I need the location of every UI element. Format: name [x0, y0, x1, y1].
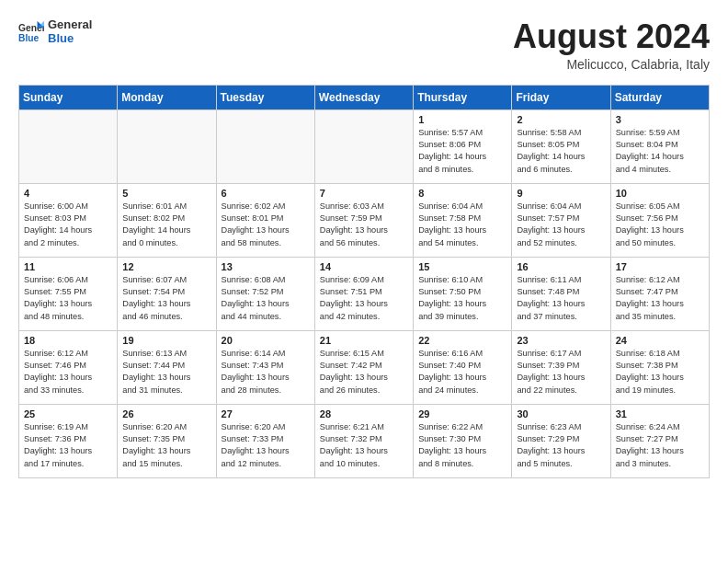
calendar-cell: 24Sunrise: 6:18 AM Sunset: 7:38 PM Dayli…	[610, 330, 709, 404]
day-info: Sunrise: 6:12 AM Sunset: 7:47 PM Dayligh…	[616, 274, 704, 323]
day-info: Sunrise: 6:17 AM Sunset: 7:39 PM Dayligh…	[517, 348, 605, 396]
calendar-cell: 7Sunrise: 6:03 AM Sunset: 7:59 PM Daylig…	[314, 183, 413, 257]
calendar-week-5: 25Sunrise: 6:19 AM Sunset: 7:36 PM Dayli…	[19, 404, 710, 477]
calendar-cell: 9Sunrise: 6:04 AM Sunset: 7:57 PM Daylig…	[512, 183, 610, 257]
day-number: 10	[616, 188, 704, 199]
header: General Blue General Blue August 2024 Me…	[18, 18, 710, 72]
calendar-cell: 1Sunrise: 5:57 AM Sunset: 8:06 PM Daylig…	[414, 109, 512, 183]
day-number: 29	[418, 408, 506, 419]
day-number: 20	[222, 335, 310, 346]
calendar-week-4: 18Sunrise: 6:12 AM Sunset: 7:46 PM Dayli…	[19, 330, 710, 404]
calendar-cell: 16Sunrise: 6:11 AM Sunset: 7:48 PM Dayli…	[512, 257, 610, 330]
calendar-weekday-thursday: Thursday	[414, 85, 512, 109]
day-number: 5	[122, 188, 210, 199]
day-number: 14	[320, 261, 408, 272]
day-info: Sunrise: 6:16 AM Sunset: 7:40 PM Dayligh…	[418, 348, 506, 396]
calendar-cell: 2Sunrise: 5:58 AM Sunset: 8:05 PM Daylig…	[512, 109, 610, 183]
calendar-cell: 25Sunrise: 6:19 AM Sunset: 7:36 PM Dayli…	[19, 404, 118, 477]
title-block: August 2024 Melicucco, Calabria, Italy	[513, 18, 710, 72]
calendar-week-2: 4Sunrise: 6:00 AM Sunset: 8:03 PM Daylig…	[19, 183, 710, 257]
day-number: 30	[517, 408, 605, 419]
calendar-weekday-friday: Friday	[512, 85, 610, 109]
calendar-cell: 4Sunrise: 6:00 AM Sunset: 8:03 PM Daylig…	[19, 183, 118, 257]
day-number: 23	[517, 335, 605, 346]
calendar-cell: 10Sunrise: 6:05 AM Sunset: 7:56 PM Dayli…	[610, 183, 709, 257]
calendar-cell: 13Sunrise: 6:08 AM Sunset: 7:52 PM Dayli…	[216, 257, 314, 330]
calendar-cell: 5Sunrise: 6:01 AM Sunset: 8:02 PM Daylig…	[118, 183, 216, 257]
day-number: 2	[517, 114, 605, 125]
calendar-header-row: SundayMondayTuesdayWednesdayThursdayFrid…	[19, 85, 710, 109]
calendar-weekday-tuesday: Tuesday	[216, 85, 314, 109]
day-info: Sunrise: 6:12 AM Sunset: 7:46 PM Dayligh…	[24, 348, 112, 396]
calendar-cell: 14Sunrise: 6:09 AM Sunset: 7:51 PM Dayli…	[314, 257, 413, 330]
day-number: 4	[24, 188, 112, 199]
calendar-cell: 29Sunrise: 6:22 AM Sunset: 7:30 PM Dayli…	[414, 404, 512, 477]
day-number: 1	[418, 114, 506, 125]
calendar-cell: 21Sunrise: 6:15 AM Sunset: 7:42 PM Dayli…	[314, 330, 413, 404]
day-number: 9	[517, 188, 605, 199]
calendar-cell: 11Sunrise: 6:06 AM Sunset: 7:55 PM Dayli…	[19, 257, 118, 330]
day-number: 12	[122, 261, 210, 272]
logo-icon: General Blue	[18, 19, 44, 45]
calendar-cell	[118, 109, 216, 183]
calendar-cell: 18Sunrise: 6:12 AM Sunset: 7:46 PM Dayli…	[19, 330, 118, 404]
day-info: Sunrise: 5:57 AM Sunset: 8:06 PM Dayligh…	[418, 127, 506, 176]
day-info: Sunrise: 6:05 AM Sunset: 7:56 PM Dayligh…	[616, 201, 704, 249]
calendar-weekday-saturday: Saturday	[610, 85, 709, 109]
day-info: Sunrise: 6:09 AM Sunset: 7:51 PM Dayligh…	[320, 274, 408, 323]
calendar-cell: 8Sunrise: 6:04 AM Sunset: 7:58 PM Daylig…	[414, 183, 512, 257]
day-info: Sunrise: 6:06 AM Sunset: 7:55 PM Dayligh…	[24, 274, 112, 323]
calendar-cell	[19, 109, 118, 183]
day-info: Sunrise: 6:00 AM Sunset: 8:03 PM Dayligh…	[24, 201, 112, 249]
day-info: Sunrise: 6:04 AM Sunset: 7:58 PM Dayligh…	[418, 201, 506, 249]
day-number: 6	[222, 188, 310, 199]
day-info: Sunrise: 6:22 AM Sunset: 7:30 PM Dayligh…	[418, 421, 506, 470]
day-info: Sunrise: 6:20 AM Sunset: 7:35 PM Dayligh…	[122, 421, 210, 470]
calendar-cell	[216, 109, 314, 183]
calendar-weekday-sunday: Sunday	[19, 85, 118, 109]
day-info: Sunrise: 6:08 AM Sunset: 7:52 PM Dayligh…	[222, 274, 310, 323]
day-info: Sunrise: 6:21 AM Sunset: 7:32 PM Dayligh…	[320, 421, 408, 470]
day-info: Sunrise: 6:20 AM Sunset: 7:33 PM Dayligh…	[222, 421, 310, 470]
calendar-cell: 28Sunrise: 6:21 AM Sunset: 7:32 PM Dayli…	[314, 404, 413, 477]
calendar-cell: 12Sunrise: 6:07 AM Sunset: 7:54 PM Dayli…	[118, 257, 216, 330]
calendar-cell: 31Sunrise: 6:24 AM Sunset: 7:27 PM Dayli…	[610, 404, 709, 477]
calendar-cell: 19Sunrise: 6:13 AM Sunset: 7:44 PM Dayli…	[118, 330, 216, 404]
day-number: 3	[616, 114, 704, 125]
day-number: 19	[122, 335, 210, 346]
logo-general: General	[48, 18, 92, 32]
day-info: Sunrise: 5:59 AM Sunset: 8:04 PM Dayligh…	[616, 127, 704, 176]
location: Melicucco, Calabria, Italy	[513, 57, 710, 72]
day-number: 16	[517, 261, 605, 272]
day-number: 26	[122, 408, 210, 419]
day-number: 22	[418, 335, 506, 346]
day-info: Sunrise: 6:18 AM Sunset: 7:38 PM Dayligh…	[616, 348, 704, 396]
calendar-week-1: 1Sunrise: 5:57 AM Sunset: 8:06 PM Daylig…	[19, 109, 710, 183]
day-info: Sunrise: 6:11 AM Sunset: 7:48 PM Dayligh…	[517, 274, 605, 323]
day-info: Sunrise: 6:10 AM Sunset: 7:50 PM Dayligh…	[418, 274, 506, 323]
calendar-week-3: 11Sunrise: 6:06 AM Sunset: 7:55 PM Dayli…	[19, 257, 710, 330]
day-number: 24	[616, 335, 704, 346]
calendar-cell: 27Sunrise: 6:20 AM Sunset: 7:33 PM Dayli…	[216, 404, 314, 477]
logo: General Blue General Blue	[18, 18, 92, 46]
calendar-cell: 22Sunrise: 6:16 AM Sunset: 7:40 PM Dayli…	[414, 330, 512, 404]
calendar-cell: 3Sunrise: 5:59 AM Sunset: 8:04 PM Daylig…	[610, 109, 709, 183]
day-info: Sunrise: 6:13 AM Sunset: 7:44 PM Dayligh…	[122, 348, 210, 396]
day-info: Sunrise: 6:04 AM Sunset: 7:57 PM Dayligh…	[517, 201, 605, 249]
day-number: 7	[320, 188, 408, 199]
svg-text:Blue: Blue	[18, 33, 40, 43]
calendar-cell: 6Sunrise: 6:02 AM Sunset: 8:01 PM Daylig…	[216, 183, 314, 257]
day-info: Sunrise: 6:15 AM Sunset: 7:42 PM Dayligh…	[320, 348, 408, 396]
day-info: Sunrise: 6:24 AM Sunset: 7:27 PM Dayligh…	[616, 421, 704, 470]
day-number: 25	[24, 408, 112, 419]
page: General Blue General Blue August 2024 Me…	[0, 0, 728, 488]
day-number: 8	[418, 188, 506, 199]
month-title: August 2024	[513, 18, 710, 55]
calendar-weekday-wednesday: Wednesday	[314, 85, 413, 109]
calendar-cell: 15Sunrise: 6:10 AM Sunset: 7:50 PM Dayli…	[414, 257, 512, 330]
day-number: 18	[24, 335, 112, 346]
day-info: Sunrise: 6:02 AM Sunset: 8:01 PM Dayligh…	[222, 201, 310, 249]
calendar-cell	[314, 109, 413, 183]
day-number: 11	[24, 261, 112, 272]
day-number: 31	[616, 408, 704, 419]
